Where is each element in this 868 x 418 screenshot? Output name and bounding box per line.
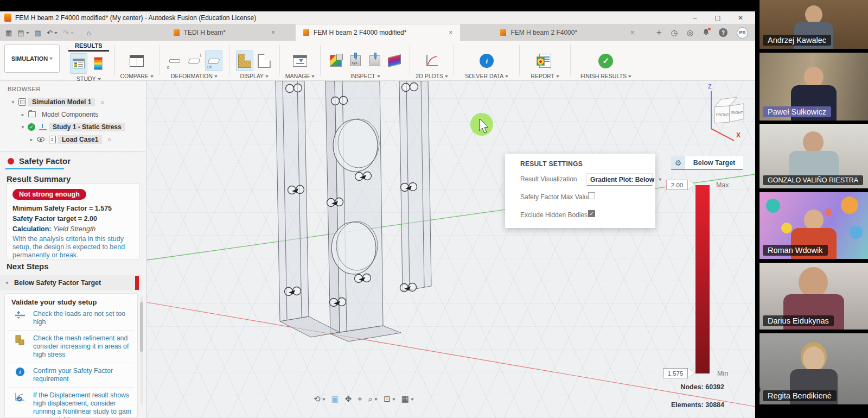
ribbon-tab-results[interactable]: RESULTS (68, 41, 109, 52)
participant-tile[interactable]: Paweł Sułkowicz (760, 53, 868, 121)
close-button[interactable]: ✕ (736, 14, 745, 22)
view-cube[interactable]: Z X FRONT RIGHT (708, 83, 744, 141)
group-label-manage[interactable]: MANAGE (285, 73, 315, 79)
next-step-item[interactable]: If the Displacement result shows high di… (8, 388, 134, 418)
group-label-deformation[interactable]: DEFORMATION (171, 73, 218, 79)
redo-arrow-icon: ↷ (63, 29, 69, 37)
tab-close-icon[interactable]: × (449, 29, 452, 36)
finish-results-button[interactable]: ✓ (597, 50, 615, 71)
eye-icon[interactable] (37, 137, 44, 142)
deformation-actual-button[interactable]: 1 (186, 50, 203, 71)
legend-min-marker[interactable]: 1.575 (663, 368, 694, 378)
display-settings-icon[interactable]: ⊡ (384, 394, 395, 404)
home-icon[interactable]: ⌂ (87, 29, 91, 37)
chevron-down-icon[interactable]: ▾ (10, 99, 16, 105)
report-button[interactable] (537, 50, 554, 71)
zoom-icon[interactable]: ⌖ (358, 394, 362, 404)
compare-button[interactable] (128, 50, 145, 71)
pan-icon[interactable]: ✥ (345, 394, 352, 404)
participant-tile[interactable]: Roman Wdowik (760, 192, 868, 259)
chevron-right-icon[interactable]: ▸ (28, 137, 35, 142)
nodes-count: Nodes: 60392 (632, 383, 724, 391)
tree-item-load-case[interactable]: ▸ Load Case1 ○ (0, 133, 146, 145)
tree-item-model-components[interactable]: ▸ Model Components (0, 108, 146, 121)
scrollbar-thumb[interactable] (140, 302, 143, 352)
visibility-radio-icon[interactable]: ○ (107, 136, 111, 143)
group-label-solver-data[interactable]: SOLVER DATA (465, 73, 508, 79)
notifications-bell-icon[interactable] (703, 28, 710, 37)
inspect-contour-button[interactable] (327, 50, 344, 71)
camera-off-indicator[interactable]: ⊘ (760, 384, 761, 396)
group-label-finish-results[interactable]: FINISH RESULTS (580, 73, 631, 79)
orbit-icon[interactable]: ⟲ (314, 394, 326, 404)
group-label-compare[interactable]: COMPARE (120, 73, 154, 79)
restore-button[interactable]: ▢ (713, 14, 722, 22)
viewcube-front-label: FRONT (716, 113, 730, 117)
manage-button[interactable] (291, 50, 309, 71)
group-label-report[interactable]: REPORT (531, 73, 559, 79)
deformation-none-button[interactable]: 0 (166, 50, 183, 71)
result-type-title[interactable]: Safety Factor (19, 156, 71, 166)
tree-item-simulation-model[interactable]: ▾ Simulation Model 1 ○ (0, 96, 146, 108)
group-label-2d-plots[interactable]: 2D PLOTS (416, 73, 448, 79)
exclude-hidden-bodies-checkbox[interactable]: ✓ (588, 210, 595, 217)
file-menu-icon[interactable]: ▤ (17, 29, 29, 37)
fit-icon[interactable]: ⌕ (368, 394, 378, 404)
inspect-probe-button[interactable] (366, 50, 384, 71)
compare-split-icon (130, 55, 144, 67)
look-at-icon[interactable]: ▣ (331, 394, 339, 404)
save-icon[interactable]: ▥ (35, 29, 41, 37)
grid-layout-icon[interactable]: ▦ (401, 394, 414, 404)
next-step-item[interactable]: Check the loads are not set too high (8, 306, 134, 331)
tab-close-icon[interactable]: × (271, 29, 275, 36)
participant-tile[interactable]: Andrzej Kawalec (760, 0, 868, 49)
study-window-icon (73, 59, 85, 68)
participant-tile[interactable]: GONZALO VALIÑO RIESTRA (760, 124, 868, 188)
workspace-selector[interactable]: SIMULATION (4, 45, 60, 73)
next-steps-group-label: Below Safety Factor Target (14, 279, 101, 287)
chevron-down-icon[interactable]: ▾ (20, 124, 26, 130)
legend-settings-gear[interactable]: ⚙ (671, 156, 685, 169)
next-steps-group-row[interactable]: ▾ Below Safety Factor Target (0, 275, 142, 290)
profile-avatar[interactable]: PS (737, 27, 748, 39)
show-mesh-button[interactable] (236, 50, 253, 71)
undo-icon[interactable]: ↶ (47, 29, 58, 37)
tab-fem-h-beam-modified[interactable]: FEM H beam 2 F4000 modified* × (296, 24, 460, 41)
presence-icon[interactable]: ◎ (687, 28, 693, 37)
inspect-slice-plane-button[interactable] (386, 50, 403, 71)
app-grid-icon[interactable]: ▦ (5, 29, 12, 37)
new-tab-button[interactable]: + (656, 27, 662, 38)
visibility-radio-icon[interactable]: ○ (100, 99, 104, 105)
result-visualization-dropdown[interactable]: Gradient Plot: Below (586, 173, 653, 186)
safety-factor-max-checkbox[interactable] (588, 192, 595, 199)
legend-options-button[interactable] (90, 53, 107, 74)
next-step-item[interactable]: i Confirm your Safety Factor requirement (8, 363, 134, 388)
group-label-inspect[interactable]: INSPECT (350, 73, 380, 79)
participant-tile[interactable]: Darius Eidukynas (760, 263, 868, 330)
tab-tedi-h-beam[interactable]: TEDI H beam* × (166, 24, 283, 41)
inspect-point-xyz-button[interactable]: xyz (347, 50, 364, 71)
group-label-display[interactable]: DISPLAY (240, 73, 269, 79)
study-results-button[interactable] (70, 53, 87, 74)
minimize-button[interactable]: – (691, 14, 699, 22)
chevron-down-icon[interactable]: ▾ (0, 280, 14, 286)
help-icon[interactable]: ? (719, 28, 727, 37)
participant-tile[interactable]: Regita Bendikienė ⊘ (760, 333, 868, 404)
tab-fem-h-beam[interactable]: FEM H beam 2 F4000* × (493, 24, 642, 41)
legend-max-marker[interactable]: 2.00 (666, 180, 694, 190)
tab-close-icon[interactable]: × (630, 29, 634, 36)
job-status-icon[interactable]: ◷ (671, 28, 678, 37)
2d-plots-button[interactable] (423, 50, 441, 71)
chevron-right-icon[interactable]: ▸ (20, 112, 26, 117)
deformed-icon (188, 59, 200, 64)
redo-icon[interactable]: ↷ (63, 29, 74, 37)
panel-scrollbar[interactable] (140, 296, 143, 405)
show-body-button[interactable] (256, 50, 273, 71)
tree-item-study-static-stress[interactable]: ▾ ✓ Study 1 - Static Stress (0, 121, 146, 133)
legend-title: Below Target (685, 156, 743, 169)
solver-data-button[interactable]: i (478, 50, 495, 71)
next-step-item[interactable]: Check the mesh refinement and consider i… (8, 331, 134, 363)
deformation-scale-button[interactable]: 1X (205, 50, 222, 71)
safety-factor-colorbar[interactable] (695, 185, 710, 373)
divider (159, 45, 159, 75)
